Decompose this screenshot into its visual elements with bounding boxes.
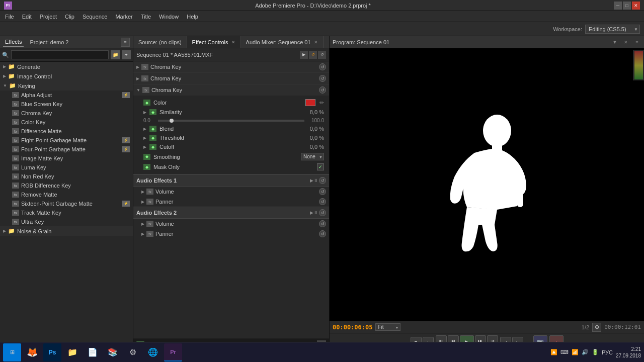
item-ultra-key[interactable]: fx Ultra Key <box>0 217 133 226</box>
menu-sequence[interactable]: Sequence <box>79 13 111 21</box>
group-generate: ▶ 📁 Generate <box>0 62 133 71</box>
tray-icon-1[interactable]: 🔼 <box>550 349 557 355</box>
zoom-btn[interactable]: ⊕ <box>592 323 601 332</box>
start-button[interactable]: ⊞ <box>3 343 21 361</box>
smoothing-select[interactable]: None Low High <box>301 153 324 160</box>
prog-menu-btn[interactable]: ≡ <box>633 38 641 46</box>
reset-pan1[interactable]: ↺ <box>319 198 326 205</box>
close-audio-mixer[interactable]: ✕ <box>314 40 318 45</box>
new-item-btn[interactable]: ✦ <box>122 50 131 59</box>
audio-2-volume[interactable]: ▶ fx Volume ↺ <box>133 219 329 229</box>
menu-help[interactable]: Help <box>184 13 201 21</box>
aef2-play[interactable]: ▶⏸ <box>310 209 318 216</box>
item-alpha-adjust[interactable]: fx Alpha Adjust ⚡ <box>0 90 133 100</box>
cutoff-value[interactable]: 0,0 % <box>310 144 324 150</box>
item-track-matte-key[interactable]: fx Track Matte Key <box>0 208 133 217</box>
threshold-value[interactable]: 0,0 % <box>310 135 324 141</box>
tray-icon-4[interactable]: 🔊 <box>582 349 589 355</box>
taskbar-folders[interactable]: 📚 <box>104 343 122 361</box>
tab-audio-mixer[interactable]: Audio Mixer: Sequence 01 ✕ <box>241 36 324 48</box>
taskbar-settings[interactable]: ⚙ <box>124 343 142 361</box>
tray-icon-5[interactable]: 🔋 <box>592 349 599 355</box>
item-rgb-difference-key[interactable]: fx RGB Difference Key <box>0 181 133 190</box>
item-remove-matte[interactable]: fx Remove Matte <box>0 190 133 199</box>
item-non-red-key[interactable]: fx Non Red Key <box>0 172 133 181</box>
menu-window[interactable]: Window <box>156 13 182 21</box>
eyedropper-btn[interactable]: ✏ <box>319 100 324 106</box>
fit-select[interactable]: Fit 25% 50% 75% 100% <box>375 323 400 331</box>
item-luma-key[interactable]: fx Luma Key <box>0 163 133 172</box>
similarity-slider[interactable] <box>158 120 304 122</box>
item-chroma-key[interactable]: fx Chroma Key <box>0 109 133 118</box>
workspace-select[interactable]: Editing (CS5.5) Color Correction Effects <box>585 25 640 34</box>
panel-menu-btn[interactable]: ≡ <box>121 38 130 47</box>
close-button[interactable]: ✕ <box>632 2 640 10</box>
item-color-key[interactable]: fx Color Key <box>0 118 133 127</box>
maximize-button[interactable]: □ <box>623 2 631 10</box>
taskbar-photoshop[interactable]: Ps <box>43 343 61 361</box>
new-bin-btn[interactable]: 📁 <box>111 50 120 59</box>
tab-project[interactable]: Project: demo 2 <box>28 38 70 46</box>
item-image-matte-key[interactable]: fx Image Matte Key <box>0 154 133 163</box>
reset-chroma1[interactable]: ↺ <box>319 63 326 70</box>
prog-dropdown-btn[interactable]: ▼ <box>611 38 619 46</box>
reset-chroma2[interactable]: ↺ <box>319 75 326 82</box>
taskbar-word[interactable]: 📄 <box>84 343 102 361</box>
aef2-reset[interactable]: ↺ <box>319 209 326 216</box>
color-swatch[interactable] <box>305 99 315 106</box>
reset-pan2[interactable]: ↺ <box>319 230 326 237</box>
item-difference-matte[interactable]: fx Difference Matte <box>0 127 133 136</box>
tray-icon-2[interactable]: ⌨ <box>560 349 569 355</box>
taskbar-browser[interactable]: 🌐 <box>144 343 162 361</box>
tray-icon-3[interactable]: 📶 <box>572 349 579 355</box>
chroma-key-3-header[interactable]: ▼ fx Chroma Key ↺ <box>133 84 329 96</box>
taskbar-firefox[interactable]: 🦊 <box>23 343 41 361</box>
tab-effect-controls[interactable]: Effect Controls ✕ <box>187 36 241 48</box>
similarity-value[interactable]: 8,0 % <box>310 109 324 115</box>
audio-1-panner[interactable]: ▶ fx Panner ↺ <box>133 197 329 207</box>
mask-only-checkbox[interactable] <box>317 163 324 170</box>
item-blue-screen-key[interactable]: fx Blue Screen Key <box>0 100 133 109</box>
prog-close-btn[interactable]: ✕ <box>622 38 630 46</box>
seq-ctrl-reset[interactable]: ↺ <box>309 51 317 59</box>
group-generate-header[interactable]: ▶ 📁 Generate <box>0 62 133 71</box>
audio-2-panner[interactable]: ▶ fx Panner ↺ <box>133 229 329 239</box>
arrow-chroma1: ▶ <box>136 65 139 69</box>
search-input[interactable] <box>11 50 109 59</box>
chroma-key-item-3: ▼ fx Chroma Key ↺ ◆ Color ✏ ▶ <box>133 84 329 174</box>
chroma-key-1-header[interactable]: ▶ fx Chroma Key ↺ <box>133 61 329 72</box>
reset-chroma3[interactable]: ↺ <box>319 86 326 94</box>
group-noise-grain: ▶ 📁 Noise & Grain <box>0 226 133 236</box>
close-effect-controls[interactable]: ✕ <box>231 40 235 45</box>
menu-file[interactable]: File <box>2 13 17 21</box>
taskbar-explorer[interactable]: 📁 <box>63 343 82 361</box>
reset-vol1[interactable]: ↺ <box>319 188 326 195</box>
level-meters <box>633 50 644 80</box>
seq-ctrl-3[interactable]: ↺ <box>318 51 326 59</box>
menu-title[interactable]: Title <box>138 13 154 21</box>
chroma-key-2-header[interactable]: ▶ fx Chroma Key ↺ <box>133 73 329 84</box>
audio-effects-1-header: Audio Effects 1 ▶⏸ ↺ <box>133 174 329 187</box>
aef1-play[interactable]: ▶⏸ <box>310 177 318 184</box>
minimize-button[interactable]: ─ <box>614 2 622 10</box>
taskbar-premiere[interactable]: Pr <box>164 343 182 361</box>
item-four-point-garbage[interactable]: fx Four-Point Garbage Matte ⚡ <box>0 145 133 154</box>
menu-marker[interactable]: Marker <box>112 13 135 21</box>
audio-1-volume[interactable]: ▶ fx Volume ↺ <box>133 187 329 197</box>
tab-source[interactable]: Source: (no clips) <box>133 36 187 48</box>
menu-project[interactable]: Project <box>37 13 60 21</box>
item-eight-point-garbage[interactable]: fx Eight-Point Garbage Matte ⚡ <box>0 136 133 145</box>
group-noise-grain-header[interactable]: ▶ 📁 Noise & Grain <box>0 226 133 236</box>
group-image-control-header[interactable]: ▶ 📁 Image Control <box>0 71 133 81</box>
sys-lang[interactable]: РУС <box>602 349 613 355</box>
blend-value[interactable]: 0,0 % <box>310 126 324 132</box>
group-image-control: ▶ 📁 Image Control <box>0 71 133 81</box>
aef1-reset[interactable]: ↺ <box>319 177 326 184</box>
group-keying-header[interactable]: ▼ 📁 Keying <box>0 81 133 90</box>
seq-ctrl-1[interactable]: ▶ <box>300 51 308 59</box>
reset-vol2[interactable]: ↺ <box>319 220 326 227</box>
menu-clip[interactable]: Clip <box>62 13 77 21</box>
tab-effects[interactable]: Effects <box>3 38 24 47</box>
item-sixteen-point-garbage[interactable]: fx Sixteen-Point Garbage Matte ⚡ <box>0 199 133 208</box>
menu-edit[interactable]: Edit <box>19 13 35 21</box>
